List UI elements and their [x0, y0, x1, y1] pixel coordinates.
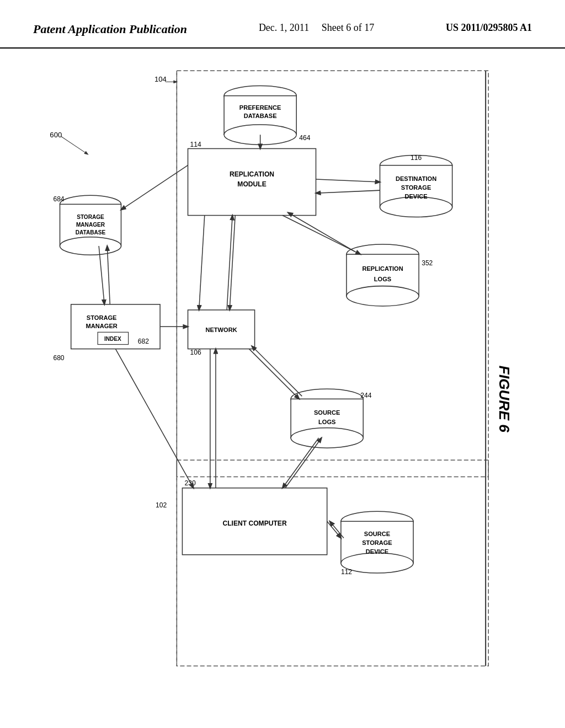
svg-point-15: [380, 197, 452, 217]
svg-line-69: [230, 216, 235, 310]
svg-text:LOGS: LOGS: [318, 419, 335, 425]
svg-text:MODULE: MODULE: [237, 180, 266, 188]
svg-text:682: 682: [138, 338, 149, 345]
svg-line-64: [288, 212, 355, 251]
svg-line-63: [282, 216, 360, 255]
sheet-info: Sheet 6 of 17: [322, 22, 374, 33]
publication-date-sheet: Dec. 1, 2011 Sheet 6 of 17: [259, 22, 374, 34]
svg-line-83: [61, 136, 88, 154]
svg-line-80: [199, 216, 205, 310]
svg-text:DESTINATION: DESTINATION: [396, 175, 436, 182]
svg-point-28: [60, 237, 121, 255]
publication-date: Dec. 1, 2011: [259, 22, 309, 33]
svg-text:244: 244: [360, 392, 371, 399]
svg-line-71: [252, 346, 302, 397]
svg-text:106: 106: [190, 349, 201, 356]
svg-line-75: [327, 521, 341, 538]
svg-text:684: 684: [53, 195, 64, 203]
svg-text:680: 680: [53, 354, 64, 362]
svg-text:REPLICATION: REPLICATION: [362, 265, 403, 272]
svg-text:352: 352: [422, 259, 433, 267]
svg-text:MANAGER: MANAGER: [86, 323, 118, 329]
svg-line-68: [227, 216, 232, 310]
svg-text:REPLICATION: REPLICATION: [230, 170, 274, 178]
svg-text:STORAGE: STORAGE: [87, 314, 117, 321]
svg-text:DATABASE: DATABASE: [244, 113, 277, 119]
svg-text:NETWORK: NETWORK: [205, 326, 237, 333]
svg-text:114: 114: [190, 141, 201, 148]
svg-line-62: [316, 190, 380, 193]
patent-page: Patent Application Publication Dec. 1, 2…: [0, 0, 565, 728]
svg-text:STORAGE: STORAGE: [362, 539, 392, 546]
diagram-svg: PREFERENCE DATABASE 464 REPLICATION MODU…: [0, 54, 565, 694]
patent-number: US 2011/0295805 A1: [446, 22, 532, 34]
svg-line-66: [107, 246, 110, 304]
svg-text:464: 464: [299, 134, 310, 142]
svg-text:PREFERENCE: PREFERENCE: [239, 104, 281, 111]
svg-text:DATABASE: DATABASE: [76, 229, 106, 235]
svg-text:INDEX: INDEX: [104, 336, 121, 342]
svg-line-77: [115, 349, 193, 488]
svg-text:STORAGE: STORAGE: [401, 184, 431, 191]
svg-text:LOGS: LOGS: [374, 276, 391, 282]
svg-text:112: 112: [341, 568, 352, 576]
svg-line-72: [121, 165, 188, 210]
svg-text:FIGURE 6: FIGURE 6: [496, 366, 513, 432]
svg-text:116: 116: [411, 154, 422, 162]
svg-line-70: [249, 349, 299, 399]
svg-text:MANAGER: MANAGER: [76, 222, 105, 228]
svg-text:DEVICE: DEVICE: [366, 548, 388, 555]
svg-text:104: 104: [154, 75, 167, 83]
svg-line-61: [316, 179, 380, 182]
svg-text:DEVICE: DEVICE: [404, 193, 427, 200]
svg-line-65: [99, 246, 104, 304]
svg-text:SOURCE: SOURCE: [364, 531, 390, 537]
svg-text:600: 600: [50, 131, 62, 139]
svg-point-45: [291, 428, 363, 448]
publication-title: Patent Application Publication: [33, 22, 187, 36]
diagram-area: PREFERENCE DATABASE 464 REPLICATION MODU…: [0, 54, 565, 694]
svg-text:STORAGE: STORAGE: [77, 214, 104, 220]
svg-text:SOURCE: SOURCE: [314, 409, 340, 416]
svg-line-73: [282, 438, 319, 488]
svg-text:CLIENT COMPUTER: CLIENT COMPUTER: [222, 520, 286, 527]
svg-point-22: [347, 286, 419, 306]
page-header: Patent Application Publication Dec. 1, 2…: [0, 0, 565, 49]
svg-text:102: 102: [156, 501, 167, 509]
